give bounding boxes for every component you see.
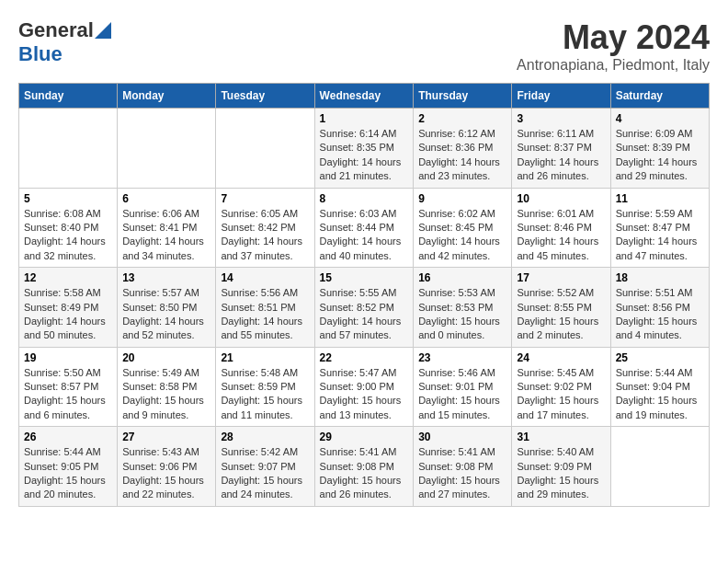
calendar-cell: 8Sunrise: 6:03 AM Sunset: 8:44 PM Daylig… <box>314 188 414 268</box>
day-number: 17 <box>517 271 605 284</box>
day-number: 18 <box>616 271 704 284</box>
calendar-cell: 20Sunrise: 5:49 AM Sunset: 8:58 PM Dayli… <box>118 347 216 427</box>
day-info: Sunrise: 5:43 AM Sunset: 9:06 PM Dayligh… <box>122 445 210 502</box>
day-number: 24 <box>517 351 605 364</box>
logo: General Blue <box>18 18 111 66</box>
day-info: Sunrise: 5:58 AM Sunset: 8:49 PM Dayligh… <box>24 286 112 343</box>
calendar-cell: 2Sunrise: 6:12 AM Sunset: 8:36 PM Daylig… <box>414 109 512 189</box>
day-info: Sunrise: 6:02 AM Sunset: 8:45 PM Dayligh… <box>418 207 506 264</box>
calendar-cell: 9Sunrise: 6:02 AM Sunset: 8:45 PM Daylig… <box>414 188 512 268</box>
weekday-header-row: SundayMondayTuesdayWednesdayThursdayFrid… <box>19 84 710 109</box>
day-number: 9 <box>418 192 506 205</box>
day-number: 14 <box>221 271 309 284</box>
weekday-header-sunday: Sunday <box>19 84 118 109</box>
weekday-header-saturday: Saturday <box>610 84 709 109</box>
week-row-2: 5Sunrise: 6:08 AM Sunset: 8:40 PM Daylig… <box>19 188 710 268</box>
day-info: Sunrise: 6:09 AM Sunset: 8:39 PM Dayligh… <box>616 127 704 184</box>
day-number: 30 <box>418 431 506 443</box>
calendar-cell: 3Sunrise: 6:11 AM Sunset: 8:37 PM Daylig… <box>512 109 610 189</box>
weekday-header-tuesday: Tuesday <box>216 84 314 109</box>
calendar-table: SundayMondayTuesdayWednesdayThursdayFrid… <box>18 83 710 507</box>
calendar-cell: 22Sunrise: 5:47 AM Sunset: 9:00 PM Dayli… <box>314 347 414 427</box>
calendar-cell <box>118 109 216 189</box>
day-info: Sunrise: 6:11 AM Sunset: 8:37 PM Dayligh… <box>517 127 605 184</box>
calendar-cell: 5Sunrise: 6:08 AM Sunset: 8:40 PM Daylig… <box>19 188 118 268</box>
day-number: 28 <box>221 431 309 443</box>
calendar-cell: 27Sunrise: 5:43 AM Sunset: 9:06 PM Dayli… <box>118 427 216 507</box>
day-number: 2 <box>418 112 506 125</box>
calendar-cell: 1Sunrise: 6:14 AM Sunset: 8:35 PM Daylig… <box>314 109 414 189</box>
day-info: Sunrise: 5:47 AM Sunset: 9:00 PM Dayligh… <box>320 366 409 423</box>
calendar-cell: 4Sunrise: 6:09 AM Sunset: 8:39 PM Daylig… <box>610 109 709 189</box>
calendar-cell: 29Sunrise: 5:41 AM Sunset: 9:08 PM Dayli… <box>314 427 414 507</box>
day-number: 19 <box>24 351 112 364</box>
day-info: Sunrise: 5:41 AM Sunset: 9:08 PM Dayligh… <box>418 445 506 502</box>
day-info: Sunrise: 5:57 AM Sunset: 8:50 PM Dayligh… <box>122 286 210 343</box>
day-info: Sunrise: 6:03 AM Sunset: 8:44 PM Dayligh… <box>320 207 409 264</box>
day-number: 4 <box>616 112 704 125</box>
calendar-cell: 26Sunrise: 5:44 AM Sunset: 9:05 PM Dayli… <box>19 427 118 507</box>
day-number: 27 <box>122 431 210 443</box>
calendar-cell: 18Sunrise: 5:51 AM Sunset: 8:56 PM Dayli… <box>610 268 709 348</box>
day-info: Sunrise: 5:44 AM Sunset: 9:04 PM Dayligh… <box>616 366 704 423</box>
day-number: 12 <box>24 271 112 284</box>
day-number: 6 <box>122 192 210 205</box>
day-number: 21 <box>221 351 309 364</box>
calendar-cell: 30Sunrise: 5:41 AM Sunset: 9:08 PM Dayli… <box>414 427 512 507</box>
day-info: Sunrise: 5:56 AM Sunset: 8:51 PM Dayligh… <box>221 286 309 343</box>
svg-marker-0 <box>95 22 111 39</box>
day-info: Sunrise: 5:55 AM Sunset: 8:52 PM Dayligh… <box>320 286 409 343</box>
day-info: Sunrise: 5:52 AM Sunset: 8:55 PM Dayligh… <box>517 286 605 343</box>
day-info: Sunrise: 5:59 AM Sunset: 8:47 PM Dayligh… <box>616 207 704 264</box>
calendar-cell: 10Sunrise: 6:01 AM Sunset: 8:46 PM Dayli… <box>512 188 610 268</box>
day-number: 1 <box>320 112 409 125</box>
calendar-cell: 21Sunrise: 5:48 AM Sunset: 8:59 PM Dayli… <box>216 347 314 427</box>
day-info: Sunrise: 6:08 AM Sunset: 8:40 PM Dayligh… <box>24 207 112 264</box>
day-info: Sunrise: 5:48 AM Sunset: 8:59 PM Dayligh… <box>221 366 309 423</box>
calendar-cell: 25Sunrise: 5:44 AM Sunset: 9:04 PM Dayli… <box>610 347 709 427</box>
day-number: 7 <box>221 192 309 205</box>
logo-blue-text: Blue <box>18 42 63 66</box>
day-info: Sunrise: 5:41 AM Sunset: 9:08 PM Dayligh… <box>320 445 409 502</box>
calendar-cell: 15Sunrise: 5:55 AM Sunset: 8:52 PM Dayli… <box>314 268 414 348</box>
day-info: Sunrise: 5:51 AM Sunset: 8:56 PM Dayligh… <box>616 286 704 343</box>
calendar-cell: 28Sunrise: 5:42 AM Sunset: 9:07 PM Dayli… <box>216 427 314 507</box>
week-row-5: 26Sunrise: 5:44 AM Sunset: 9:05 PM Dayli… <box>19 427 710 507</box>
day-info: Sunrise: 6:05 AM Sunset: 8:42 PM Dayligh… <box>221 207 309 264</box>
calendar-cell: 6Sunrise: 6:06 AM Sunset: 8:41 PM Daylig… <box>118 188 216 268</box>
day-number: 15 <box>320 271 409 284</box>
weekday-header-friday: Friday <box>512 84 610 109</box>
day-number: 10 <box>517 192 605 205</box>
calendar-cell: 7Sunrise: 6:05 AM Sunset: 8:42 PM Daylig… <box>216 188 314 268</box>
day-info: Sunrise: 6:06 AM Sunset: 8:41 PM Dayligh… <box>122 207 210 264</box>
calendar-cell <box>19 109 118 189</box>
day-info: Sunrise: 5:42 AM Sunset: 9:07 PM Dayligh… <box>221 445 309 502</box>
calendar-cell <box>610 427 709 507</box>
day-number: 29 <box>320 431 409 443</box>
calendar-cell: 31Sunrise: 5:40 AM Sunset: 9:09 PM Dayli… <box>512 427 610 507</box>
calendar-cell: 17Sunrise: 5:52 AM Sunset: 8:55 PM Dayli… <box>512 268 610 348</box>
day-number: 31 <box>517 431 605 443</box>
calendar-title: May 2024 <box>517 18 710 57</box>
day-info: Sunrise: 5:44 AM Sunset: 9:05 PM Dayligh… <box>24 445 112 502</box>
day-number: 3 <box>517 112 605 125</box>
weekday-header-thursday: Thursday <box>414 84 512 109</box>
day-number: 22 <box>320 351 409 364</box>
calendar-cell: 16Sunrise: 5:53 AM Sunset: 8:53 PM Dayli… <box>414 268 512 348</box>
day-info: Sunrise: 5:40 AM Sunset: 9:09 PM Dayligh… <box>517 445 605 502</box>
week-row-3: 12Sunrise: 5:58 AM Sunset: 8:49 PM Dayli… <box>19 268 710 348</box>
calendar-cell: 11Sunrise: 5:59 AM Sunset: 8:47 PM Dayli… <box>610 188 709 268</box>
title-area: May 2024 Antronapiana, Piedmont, Italy <box>517 18 710 74</box>
day-info: Sunrise: 5:49 AM Sunset: 8:58 PM Dayligh… <box>122 366 210 423</box>
logo-triangle-icon <box>95 22 111 39</box>
day-info: Sunrise: 6:12 AM Sunset: 8:36 PM Dayligh… <box>418 127 506 184</box>
day-number: 8 <box>320 192 409 205</box>
day-number: 26 <box>24 431 112 443</box>
calendar-cell: 12Sunrise: 5:58 AM Sunset: 8:49 PM Dayli… <box>19 268 118 348</box>
calendar-cell: 19Sunrise: 5:50 AM Sunset: 8:57 PM Dayli… <box>19 347 118 427</box>
day-number: 16 <box>418 271 506 284</box>
weekday-header-monday: Monday <box>118 84 216 109</box>
day-number: 11 <box>616 192 704 205</box>
calendar-subtitle: Antronapiana, Piedmont, Italy <box>517 57 710 74</box>
calendar-cell: 13Sunrise: 5:57 AM Sunset: 8:50 PM Dayli… <box>118 268 216 348</box>
